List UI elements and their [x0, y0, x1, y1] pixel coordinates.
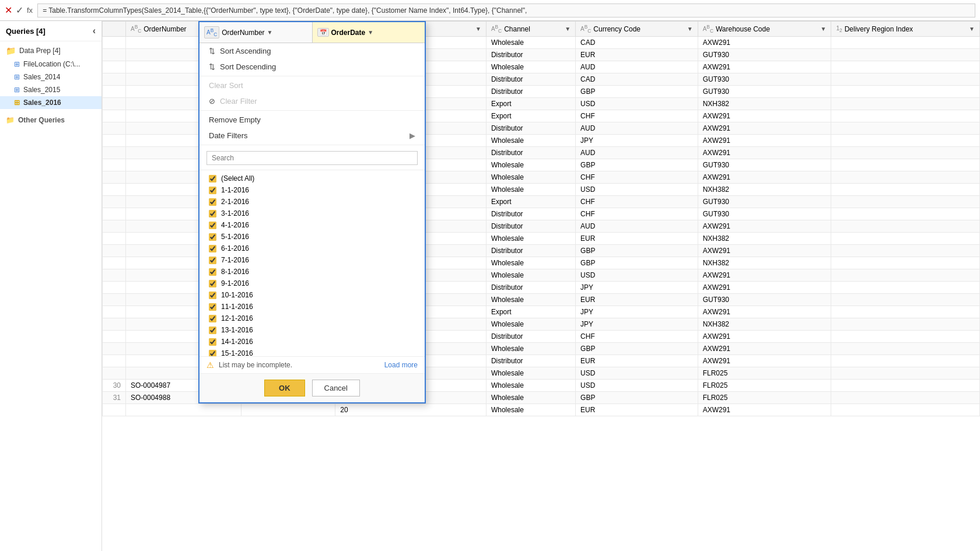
- load-more-link[interactable]: Load more: [384, 361, 418, 369]
- filter-arrow-delivery[interactable]: ▼: [969, 26, 975, 32]
- data-cell: CHF: [576, 331, 698, 343]
- filter-arrow-currency[interactable]: ▼: [687, 26, 693, 32]
- menu-item-sort-ascending[interactable]: ⇅ Sort Ascending: [200, 43, 425, 59]
- col-select-right[interactable]: 📅 OrderDate ▼: [313, 22, 425, 43]
- search-input[interactable]: [206, 151, 418, 165]
- filter-arrow-warehouse[interactable]: ▼: [821, 26, 827, 32]
- row-number-cell: [103, 343, 126, 355]
- sidebar-item-sales2016[interactable]: ⊞ Sales_2016: [0, 96, 102, 109]
- formula-bar[interactable]: = Table.TransformColumnTypes(Sales_2014_…: [37, 3, 975, 17]
- data-cell: [831, 196, 980, 208]
- menu-item-remove-empty[interactable]: Remove Empty: [200, 112, 425, 128]
- checklist-checkbox[interactable]: [209, 222, 216, 229]
- clear-filter-label: Clear Filter: [220, 97, 257, 106]
- checklist-checkbox[interactable]: [209, 257, 216, 264]
- data-cell: [831, 122, 980, 135]
- sidebar-item-sales2015[interactable]: ⊞ Sales_2015: [0, 83, 102, 96]
- data-cell: Wholesale: [486, 404, 575, 416]
- checklist-item[interactable]: 9-1-2016: [200, 278, 425, 289]
- data-cell: GUT930: [698, 294, 831, 306]
- data-cell: CHF: [576, 196, 698, 208]
- col-label: Warehouse Code: [716, 25, 770, 33]
- checklist-item[interactable]: 14-1-2016: [200, 336, 425, 348]
- data-cell: CAD: [576, 37, 698, 49]
- filter-arrow-channel[interactable]: ▼: [565, 26, 570, 32]
- checklist-item[interactable]: 4-1-2016: [200, 219, 425, 231]
- data-cell: AXW291: [698, 331, 831, 343]
- data-cell: Wholesale: [486, 159, 575, 171]
- data-cell: USD: [576, 380, 698, 392]
- col-select-left[interactable]: ABC OrderNumber ▼: [200, 22, 313, 43]
- menu-item-sort-descending[interactable]: ⇅ Sort Descending: [200, 59, 425, 75]
- data-cell: Wholesale: [486, 135, 575, 147]
- ok-button[interactable]: OK: [264, 380, 305, 396]
- data-cell: GUT930: [698, 208, 831, 220]
- data-cell: NXH382: [698, 318, 831, 331]
- checklist-checkbox[interactable]: [209, 338, 216, 346]
- column-filter-dropdown: ABC OrderNumber ▼ 📅 OrderDate ▼ ⇅ Sort A…: [198, 21, 426, 403]
- checklist-checkbox[interactable]: [209, 187, 216, 194]
- checklist-checkbox[interactable]: [209, 292, 216, 299]
- checklist-checkbox[interactable]: [209, 327, 216, 334]
- right-col-chevron[interactable]: ▼: [368, 29, 373, 36]
- row-number-cell: [103, 318, 126, 331]
- data-cell: Distributor: [486, 49, 575, 61]
- sidebar-item-filelocation[interactable]: ⊞ FileLocation (C:\...: [0, 58, 102, 71]
- checklist-item[interactable]: 12-1-2016: [200, 313, 425, 324]
- search-container: [200, 146, 425, 170]
- checklist-item[interactable]: 5-1-2016: [200, 231, 425, 243]
- data-cell: [831, 171, 980, 184]
- checklist-item[interactable]: 1-1-2016: [200, 184, 425, 196]
- checklist-checkbox[interactable]: [209, 350, 216, 357]
- checklist-checkbox[interactable]: [209, 280, 216, 287]
- checklist-item[interactable]: 10-1-2016: [200, 289, 425, 301]
- checkmark-icon[interactable]: ✓: [16, 5, 23, 16]
- sidebar-item-sales2014[interactable]: ⊞ Sales_2014: [0, 71, 102, 83]
- col-selector-row: ABC OrderNumber ▼ 📅 OrderDate ▼: [200, 22, 425, 43]
- cancel-button[interactable]: Cancel: [312, 380, 360, 396]
- data-cell: GBP: [576, 257, 698, 269]
- data-cell: [831, 257, 980, 269]
- col-type-badge: 12: [836, 25, 842, 33]
- row-number-cell: [103, 367, 126, 380]
- checklist-label: 5-1-2016: [221, 233, 249, 241]
- data-cell: [831, 159, 980, 171]
- checklist-checkbox[interactable]: [209, 268, 216, 276]
- checklist-item[interactable]: 7-1-2016: [200, 254, 425, 266]
- data-cell: [831, 294, 980, 306]
- menu-item-date-filters[interactable]: Date Filters ▶: [200, 128, 425, 143]
- row-number-cell: 31: [103, 392, 126, 404]
- data-cell: Distributor: [486, 355, 575, 367]
- checklist-item[interactable]: 2-1-2016: [200, 196, 425, 208]
- checklist-checkbox[interactable]: [209, 198, 216, 206]
- checklist-checkbox[interactable]: [209, 210, 216, 217]
- checklist-label: 1-1-2016: [221, 186, 249, 194]
- checklist-item[interactable]: 6-1-2016: [200, 243, 425, 254]
- sidebar-group-label-data-prep[interactable]: 📁 Data Prep [4]: [0, 44, 102, 58]
- checklist-item[interactable]: (Select All): [200, 173, 425, 184]
- checklist[interactable]: (Select All)1-1-20162-1-20163-1-20164-1-…: [200, 170, 425, 356]
- checklist-item[interactable]: 13-1-2016: [200, 324, 425, 336]
- data-cell: EUR: [576, 404, 698, 416]
- checklist-checkbox[interactable]: [209, 303, 216, 311]
- checklist-item[interactable]: 11-1-2016: [200, 301, 425, 313]
- data-cell: [831, 343, 980, 355]
- menu-item-clear-sort: Clear Sort: [200, 78, 425, 93]
- left-col-chevron[interactable]: ▼: [267, 29, 273, 36]
- checklist-label: 6-1-2016: [221, 244, 249, 252]
- checklist-item[interactable]: 15-1-2016: [200, 348, 425, 356]
- data-cell: Wholesale: [486, 257, 575, 269]
- row-number-cell: [103, 86, 126, 98]
- close-icon[interactable]: ✕: [5, 5, 12, 16]
- checklist-item[interactable]: 3-1-2016: [200, 208, 425, 219]
- separator-3: [200, 145, 425, 145]
- filter-arrow-cni[interactable]: ▼: [475, 26, 481, 32]
- data-cell: AXW291: [698, 220, 831, 233]
- main-layout: Queries [4] ‹ 📁 Data Prep [4] ⊞ FileLoca…: [0, 21, 980, 551]
- checklist-item[interactable]: 8-1-2016: [200, 266, 425, 278]
- checklist-checkbox[interactable]: [209, 175, 216, 183]
- checklist-checkbox[interactable]: [209, 233, 216, 241]
- checklist-checkbox[interactable]: [209, 245, 216, 252]
- sidebar-collapse-button[interactable]: ‹: [93, 26, 96, 36]
- checklist-checkbox[interactable]: [209, 315, 216, 322]
